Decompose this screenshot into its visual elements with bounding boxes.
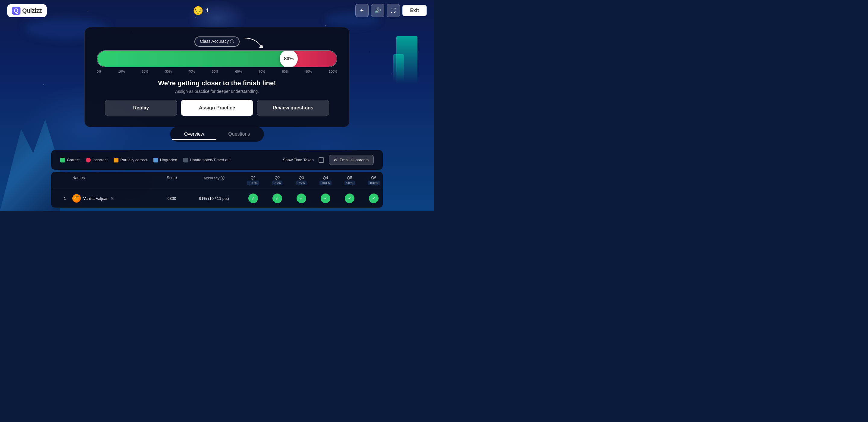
- legend-correct-dot: [60, 158, 65, 162]
- legend-unattempted-label: Unattempted/Timed out: [190, 158, 230, 162]
- th-q5: Q5 50%: [338, 175, 362, 185]
- action-buttons: Replay Assign Practice Review questions: [97, 100, 337, 116]
- legend-incorrect-dot: [86, 158, 91, 162]
- email-parents-button[interactable]: ✉ Email all parents: [329, 155, 374, 165]
- email-icon: ✉: [334, 158, 337, 162]
- th-q4: Q4 100%: [313, 175, 338, 185]
- answer-q2: ✓: [273, 193, 282, 203]
- row-score: 6300: [157, 196, 187, 201]
- tab-overview-label: Overview: [184, 131, 204, 137]
- main-card: Class Accuracy ⓘ 80% 0% 10% 20% 30% 40% …: [84, 27, 350, 127]
- q3-pct: 75%: [296, 181, 307, 185]
- th-accuracy: Accuracy ⓘ: [187, 175, 241, 185]
- fullscreen-button[interactable]: ⛶: [387, 4, 400, 17]
- header-actions: ✦ 🔊 ⛶ Exit: [355, 4, 427, 17]
- q1-label: Q1: [250, 175, 255, 180]
- row-name-cell: 🍊 Vanilla Valjean ✉: [72, 194, 157, 203]
- answer-q5: ✓: [345, 193, 354, 203]
- replay-button[interactable]: Replay: [105, 100, 177, 116]
- player-badge: 😔 1: [193, 6, 209, 16]
- exit-button[interactable]: Exit: [402, 5, 427, 16]
- tabs-container: Overview Questions: [170, 127, 264, 142]
- scale-20: 20%: [142, 70, 148, 73]
- legend-partial-label: Partially correct: [120, 158, 147, 162]
- row-email-icon[interactable]: ✉: [111, 196, 115, 201]
- progress-value: 80%: [284, 56, 293, 61]
- legend-incorrect: Incorrect: [86, 158, 108, 162]
- legend-incorrect-label: Incorrect: [93, 158, 108, 162]
- tab-overview[interactable]: Overview: [172, 128, 216, 140]
- header: Q Quizizz 😔 1 ✦ 🔊 ⛶ Exit: [0, 0, 434, 21]
- progress-bar-container: 80%: [97, 50, 337, 67]
- legend-correct-label: Correct: [67, 158, 80, 162]
- q4-pct: 100%: [319, 181, 332, 185]
- legend-section: Correct Incorrect Partially correct Ungr…: [51, 150, 383, 170]
- q1-pct: 100%: [247, 181, 259, 185]
- answer-q1: ✓: [248, 193, 258, 203]
- checkmark-q2: ✓: [276, 196, 279, 201]
- legend-ungraded-dot: [153, 158, 158, 162]
- quizizz-logo: Q Quizizz: [7, 4, 47, 17]
- scale-labels: 0% 10% 20% 30% 40% 50% 60% 70% 80% 90% 1…: [97, 70, 337, 73]
- assign-practice-button[interactable]: Assign Practice: [181, 100, 253, 116]
- review-questions-button[interactable]: Review questions: [257, 100, 329, 116]
- player-emoji: 😔: [193, 6, 204, 16]
- th-rank: [57, 175, 72, 185]
- rank-value: 1: [64, 196, 66, 201]
- tabs-section: Overview Questions: [170, 127, 264, 142]
- accuracy-label-text: Class Accuracy ⓘ: [200, 39, 234, 44]
- scale-70: 70%: [258, 70, 265, 73]
- answer-q4: ✓: [321, 193, 330, 203]
- checkmark-q3: ✓: [300, 196, 303, 201]
- answer-q6: ✓: [369, 193, 378, 203]
- logo-q-icon: Q: [12, 7, 21, 15]
- q3-label: Q3: [299, 175, 304, 180]
- svg-marker-0: [259, 44, 263, 48]
- table-header: Names Score Accuracy ⓘ Q1 100% Q2 75% Q3: [51, 172, 383, 189]
- legend-ungraded-label: Ungraded: [160, 158, 177, 162]
- th-names: Names: [72, 175, 157, 185]
- accuracy-arrow: [243, 35, 267, 50]
- scale-80: 80%: [282, 70, 289, 73]
- scale-50: 50%: [212, 70, 218, 73]
- tab-questions[interactable]: Questions: [216, 128, 262, 140]
- table-row: 1 🍊 Vanilla Valjean ✉ 6300 91% (10 / 11 …: [51, 189, 383, 208]
- th-q1: Q1 100%: [241, 175, 265, 185]
- fullscreen-icon: ⛶: [391, 7, 396, 14]
- th-q2: Q2 75%: [265, 175, 289, 185]
- checkmark-q4: ✓: [324, 196, 327, 201]
- scale-90: 90%: [305, 70, 312, 73]
- sparkle-button[interactable]: ✦: [355, 4, 369, 17]
- th-q3: Q3 75%: [289, 175, 313, 185]
- q5-pct: 50%: [344, 181, 355, 185]
- row-rank: 1: [57, 196, 72, 201]
- progress-bar-green: [97, 51, 289, 67]
- scale-60: 60%: [235, 70, 242, 73]
- email-parents-label: Email all parents: [340, 158, 369, 162]
- legend-unattempted: Unattempted/Timed out: [183, 158, 230, 162]
- q5-label: Q5: [347, 175, 352, 180]
- progress-bar-track: 80%: [97, 51, 337, 67]
- sparkle-icon: ✦: [360, 7, 364, 14]
- logo-text: Quizizz: [22, 7, 42, 14]
- show-time-checkbox[interactable]: [318, 157, 324, 163]
- legend-partial: Partially correct: [114, 158, 147, 162]
- accuracy-label: Class Accuracy ⓘ: [194, 36, 240, 47]
- message-title: We're getting closer to the finish line!: [97, 79, 337, 87]
- checkmark-q6: ✓: [372, 196, 375, 201]
- accuracy-label-wrapper: Class Accuracy ⓘ: [194, 36, 240, 47]
- show-time-label: Show Time Taken: [283, 158, 314, 162]
- volume-icon: 🔊: [374, 7, 381, 14]
- row-q3: ✓: [289, 193, 313, 203]
- checkmark-q1: ✓: [251, 196, 255, 201]
- player-count: 1: [206, 7, 209, 14]
- volume-button[interactable]: 🔊: [371, 4, 384, 17]
- progress-thumb: 80%: [280, 51, 298, 67]
- row-q5: ✓: [338, 193, 362, 203]
- legend-right: Show Time Taken ✉ Email all parents: [283, 155, 374, 165]
- legend-ungraded: Ungraded: [153, 158, 177, 162]
- message-subtitle: Assign as practice for deeper understand…: [97, 89, 337, 94]
- q6-label: Q6: [371, 175, 376, 180]
- q4-label: Q4: [323, 175, 328, 180]
- accuracy-label-container: Class Accuracy ⓘ: [97, 36, 337, 47]
